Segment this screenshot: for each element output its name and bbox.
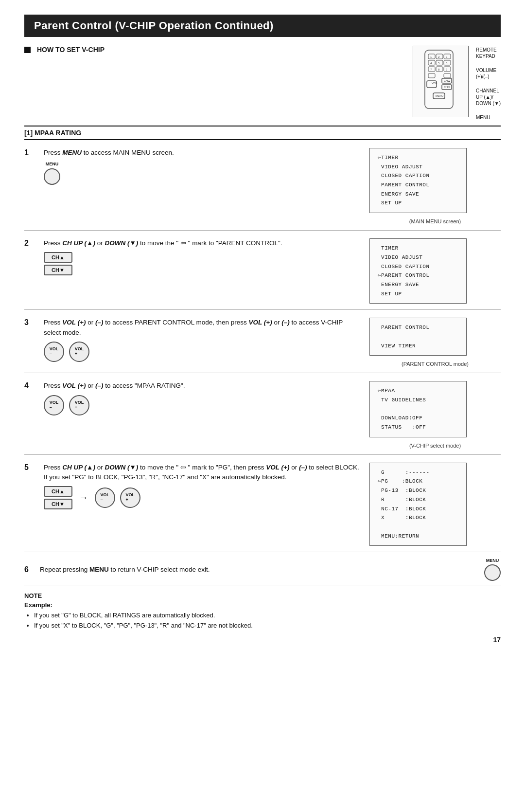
remote-label-channel: CHANNELUP (▲)/DOWN (▼) [476,88,501,107]
step-6: 6 Repeat pressing MENU to return V-CHIP … [24,552,501,585]
step-2-content: Press CH UP (▲) or DOWN (▼) to move the … [44,238,361,275]
section-marker [24,47,31,53]
page-title: Parent Control (V-CHIP Operation Continu… [24,15,501,37]
step-1-content: Press MENU to access MAIN MENU screen. M… [44,148,361,185]
remote-diagram: VOL CH▲ CH▼ MENU 1 2 3 4 5 6 7 8 9 [413,46,469,117]
ch-up-button-5[interactable]: CH▲ [44,486,72,497]
page: Parent Control (V-CHIP Operation Continu… [0,0,525,812]
ch-down-button-5[interactable]: CH▼ [44,499,72,509]
how-to-title: HOW TO SET V-CHIP [24,46,413,54]
svg-text:3: 3 [446,55,448,58]
step-3-text: Press VOL (+) or (–) to access PARENT CO… [44,318,361,338]
ch-buttons-5: CH▲ CH▼ [44,486,72,509]
ch-down-button-2[interactable]: CH▼ [44,265,72,275]
step-5-content: Press CH UP (▲) or DOWN (▼) to move the … [44,463,361,510]
menu-screen-label-3: (PARENT CONTROL mode) [402,361,469,367]
vol-minus-button-5[interactable]: VOL– [95,487,115,508]
svg-text:2: 2 [438,55,440,58]
menu-label-1: MENU [46,162,59,166]
menu-screen-3: PARENT CONTROL VIEW TIMER [369,318,467,356]
svg-text:6: 6 [446,62,448,65]
step-5-right: G :------ ⇦PG :BLOCK PG-13 :BLOCK R :BLO… [369,463,501,546]
step-2: 2 Press CH UP (▲) or DOWN (▼) to move th… [24,231,501,310]
vol-buttons-4: VOL– VOL+ [44,395,89,415]
menu-label-6: MENU [486,558,499,563]
step-1-right: ⇦TIMER VIDEO ADJUST CLOSED CAPTION PAREN… [369,148,501,224]
menu-screen-label-4: (V-CHIP select mode) [409,443,461,449]
menu-screen-label-1: (MAIN MENU screen) [409,218,461,224]
step-2-right: TIMER VIDEO ADJUST CLOSED CAPTION ⇦PAREN… [369,238,501,304]
note-section: NOTE Example: If you set "G" to BLOCK, a… [24,585,501,631]
mpaa-rating-header: [1] MPAA RATING [24,126,501,140]
step-number-1: 1 [24,148,35,157]
svg-text:8: 8 [438,68,440,71]
step-4-text: Press VOL (+) or (–) to access "MPAA RAT… [44,381,361,391]
step-4-controls: VOL– VOL+ [44,395,361,415]
step-2-text: Press CH UP (▲) or DOWN (▼) to move the … [44,238,361,248]
how-to-label: HOW TO SET V-CHIP [37,46,105,54]
step-3-controls: VOL– VOL+ [44,342,361,362]
remote-label-volume: VOLUME(+)/(–) [476,67,501,80]
svg-text:9: 9 [446,68,448,71]
step-5: 5 Press CH UP (▲) or DOWN (▼) to move th… [24,455,501,553]
menu-screen-5: G :------ ⇦PG :BLOCK PG-13 :BLOCK R :BLO… [369,463,467,546]
menu-button-6[interactable] [484,564,501,581]
menu-button-1[interactable] [44,168,60,185]
vol-plus-button-4[interactable]: VOL+ [69,395,89,415]
vol-minus-button-4[interactable]: VOL– [44,395,64,415]
menu-screen-2: TIMER VIDEO ADJUST CLOSED CAPTION ⇦PAREN… [369,238,467,304]
note-bullet-2: If you set "X" to BLOCK, "G", "PG", "PG-… [34,621,501,631]
ch-up-button-2[interactable]: CH▲ [44,252,72,263]
svg-text:MENU: MENU [436,94,443,97]
step-3-right: PARENT CONTROL VIEW TIMER (PARENT CONTRO… [369,318,501,367]
how-to-header: HOW TO SET V-CHIP [24,46,501,121]
step-1-text: Press MENU to access MAIN MENU screen. [44,148,361,158]
step-4-right: ⇦MPAA TV GUIDELINES DOWNLOAD:OFF STATUS … [369,381,501,448]
vol-buttons-5: VOL– VOL+ [95,487,140,508]
menu-screen-4: ⇦MPAA TV GUIDELINES DOWNLOAD:OFF STATUS … [369,381,467,437]
vol-buttons-3: VOL– VOL+ [44,342,89,362]
note-example: Example: [24,601,501,609]
svg-rect-11 [444,73,451,78]
ch-buttons-2: CH▲ CH▼ [44,252,72,275]
vol-minus-button-3[interactable]: VOL– [44,342,64,362]
vol-plus-button-3[interactable]: VOL+ [69,342,89,362]
step-number-2: 2 [24,238,35,248]
arrow-icon-5: → [79,493,88,503]
step-6-text: Repeat pressing MENU to return V-CHIP se… [40,566,475,573]
step-5-text: Press CH UP (▲) or DOWN (▼) to move the … [44,463,361,483]
svg-text:7: 7 [430,68,432,71]
svg-text:4: 4 [430,62,432,65]
step-3: 3 Press VOL (+) or (–) to access PARENT … [24,310,501,373]
step-2-controls: CH▲ CH▼ [44,252,361,275]
step-number-6: 6 [24,565,35,574]
svg-text:CH▲: CH▲ [444,79,450,82]
step-3-content: Press VOL (+) or (–) to access PARENT CO… [44,318,361,362]
note-bullets: If you set "G" to BLOCK, all RATINGS are… [34,611,501,631]
svg-text:1: 1 [430,55,432,58]
page-number: 17 [24,631,501,644]
main-menu-screen-1: ⇦TIMER VIDEO ADJUST CLOSED CAPTION PAREN… [369,148,467,213]
remote-area: VOL CH▲ CH▼ MENU 1 2 3 4 5 6 7 8 9 REM [413,46,501,121]
step-4: 4 Press VOL (+) or (–) to access "MPAA R… [24,373,501,454]
remote-label-keypad: REMOTEKEYPAD [476,47,501,59]
step-number-3: 3 [24,318,35,327]
svg-text:VOL: VOL [432,82,438,85]
svg-rect-10 [428,73,435,78]
note-bullet-1: If you set "G" to BLOCK, all RATINGS are… [34,611,501,621]
step-1: 1 Press MENU to access MAIN MENU screen.… [24,140,501,231]
remote-label-menu: MENU [476,114,501,121]
step-5-controls: CH▲ CH▼ → VOL– VOL+ [44,486,361,509]
svg-text:5: 5 [438,62,440,65]
step-number-4: 4 [24,381,35,390]
vol-plus-button-5[interactable]: VOL+ [120,487,140,508]
remote-labels: REMOTEKEYPAD VOLUME(+)/(–) CHANNELUP (▲)… [476,46,501,121]
svg-text:CH▼: CH▼ [444,86,450,89]
note-title: NOTE [24,592,501,599]
step-4-content: Press VOL (+) or (–) to access "MPAA RAT… [44,381,361,415]
step-number-5: 5 [24,463,35,472]
